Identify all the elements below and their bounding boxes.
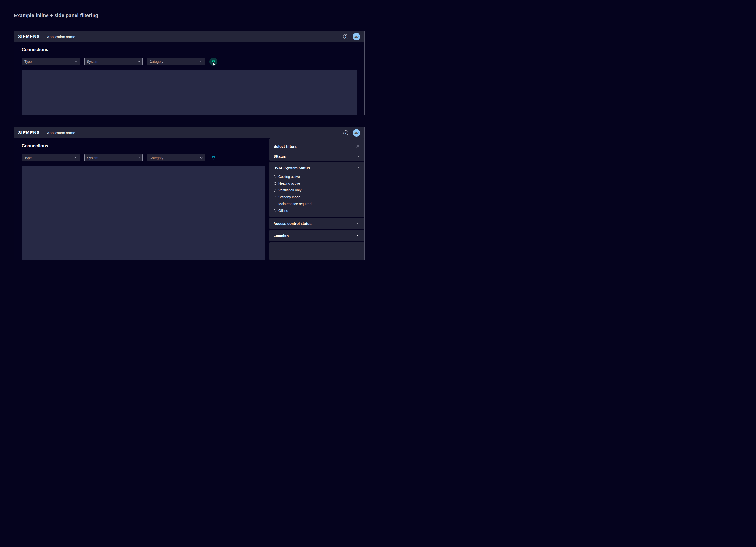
- dropdown-label: Category: [150, 60, 163, 64]
- open-filter-panel-button[interactable]: [209, 154, 217, 162]
- radio-option[interactable]: Standby mode: [274, 194, 360, 200]
- radio-label: Offline: [278, 209, 288, 213]
- radio-label: Cooling active: [278, 175, 300, 179]
- accordion-location[interactable]: Location: [274, 230, 360, 241]
- accordion-status[interactable]: Sttatus: [274, 153, 360, 160]
- system-dropdown[interactable]: System: [84, 154, 143, 161]
- radio-option[interactable]: Ventilation only: [274, 187, 360, 194]
- section-heading: Connections: [22, 143, 265, 149]
- category-dropdown[interactable]: Category: [147, 58, 205, 65]
- radio-button[interactable]: [274, 209, 276, 212]
- radio-option[interactable]: Maintenance required: [274, 200, 360, 207]
- dropdown-label: Category: [150, 156, 163, 160]
- avatar[interactable]: JD: [353, 33, 360, 40]
- help-button[interactable]: ?: [343, 130, 348, 135]
- main-column: Connections Type System: [14, 138, 269, 260]
- app-content: Connections Type System: [14, 138, 364, 260]
- app-header: SIEMENS Application name ? JD: [14, 127, 364, 138]
- filter-side-panel: Select filters Sttatus: [269, 138, 364, 260]
- chevron-up-icon: [357, 167, 360, 169]
- filter-funnel-icon: [211, 60, 216, 64]
- accordion-label: Access control status: [274, 221, 312, 226]
- close-icon: [356, 145, 359, 149]
- chevron-down-icon: [357, 223, 360, 224]
- chevron-down-icon: [200, 61, 203, 62]
- accordion-label: HVAC System Status: [274, 166, 310, 170]
- help-button[interactable]: ?: [343, 34, 348, 39]
- radio-option[interactable]: Offline: [274, 207, 360, 214]
- header-actions: ? JD: [343, 129, 360, 137]
- radio-button[interactable]: [274, 196, 276, 198]
- radio-button[interactable]: [274, 175, 276, 178]
- design-canvas: Example inline + side panel filtering SI…: [0, 0, 378, 273]
- content-placeholder: [22, 166, 265, 260]
- radio-option[interactable]: Heating active: [274, 180, 360, 187]
- panel-title: Select filters: [274, 144, 297, 149]
- panel-filler-section: [269, 242, 364, 260]
- filter-funnel-icon: [211, 156, 216, 160]
- app-header: SIEMENS Application name ? JD: [14, 31, 364, 42]
- avatar[interactable]: JD: [353, 129, 360, 137]
- panel-section-access-control: Access control status: [269, 218, 364, 229]
- panel-section-hvac: HVAC System Status Cooling active Heatin: [269, 162, 364, 217]
- radio-label: Standby mode: [278, 195, 300, 199]
- radio-group: Cooling active Heating active Ventilatio…: [274, 173, 360, 214]
- header-actions: ? JD: [343, 33, 360, 40]
- accordion-label: Location: [274, 234, 289, 238]
- radio-button[interactable]: [274, 189, 276, 192]
- chevron-down-icon: [75, 157, 77, 159]
- inline-filter-row: Type System Category: [22, 58, 357, 66]
- dropdown-label: System: [87, 60, 98, 64]
- question-mark-icon: ?: [345, 131, 347, 134]
- inline-filter-row: Type System Category: [22, 154, 265, 162]
- radio-button[interactable]: [274, 203, 276, 205]
- radio-label: Heating active: [278, 181, 300, 185]
- siemens-logo: SIEMENS: [18, 130, 40, 135]
- panel-section-location: Location: [269, 230, 364, 241]
- radio-label: Maintenance required: [278, 202, 311, 206]
- content-placeholder: [22, 70, 357, 115]
- siemens-logo: SIEMENS: [18, 34, 40, 39]
- system-dropdown[interactable]: System: [84, 58, 143, 65]
- chevron-down-icon: [357, 155, 360, 157]
- chevron-down-icon: [138, 157, 140, 159]
- accordion-hvac-system-status[interactable]: HVAC System Status: [274, 165, 360, 170]
- panel-header-section: Select filters Sttatus: [269, 138, 364, 161]
- radio-option[interactable]: Cooling active: [274, 173, 360, 180]
- accordion-label: Sttatus: [274, 154, 286, 158]
- chevron-down-icon: [138, 61, 140, 62]
- chevron-down-icon: [75, 61, 77, 62]
- application-name: Application name: [47, 131, 75, 135]
- app-window-inline-filtering: SIEMENS Application name ? JD Connection…: [14, 31, 365, 115]
- app-window-side-panel-filtering: SIEMENS Application name ? JD Connection…: [14, 127, 365, 260]
- close-panel-button[interactable]: [356, 145, 360, 149]
- section-heading: Connections: [22, 47, 357, 53]
- type-dropdown[interactable]: Type: [22, 154, 80, 161]
- radio-label: Ventilation only: [278, 188, 301, 192]
- chevron-down-icon: [200, 157, 203, 159]
- category-dropdown[interactable]: Category: [147, 154, 205, 161]
- dropdown-label: Type: [24, 60, 32, 64]
- page-title: Example inline + side panel filtering: [14, 13, 98, 18]
- application-name: Application name: [47, 35, 75, 39]
- dropdown-label: Type: [24, 156, 32, 160]
- chevron-down-icon: [357, 235, 360, 236]
- dropdown-label: System: [87, 156, 98, 160]
- accordion-access-control-status[interactable]: Access control status: [274, 218, 360, 229]
- radio-button[interactable]: [274, 182, 276, 185]
- open-filter-panel-button[interactable]: [209, 58, 217, 66]
- question-mark-icon: ?: [345, 35, 347, 38]
- type-dropdown[interactable]: Type: [22, 58, 80, 65]
- app-content: Connections Type System Category: [14, 42, 364, 115]
